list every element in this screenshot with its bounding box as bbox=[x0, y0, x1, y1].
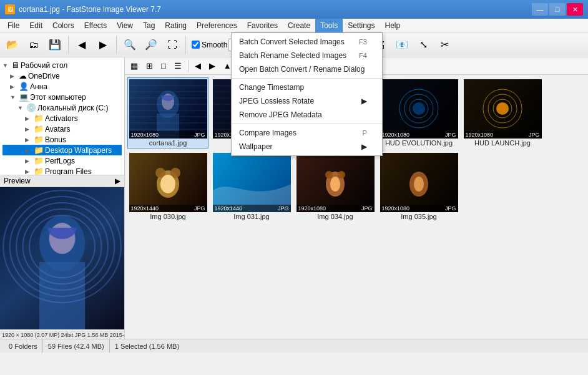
tb-email-button[interactable]: 📧 bbox=[392, 35, 412, 55]
thumbnail-name: Img 035.jpg bbox=[401, 213, 436, 220]
tb-prev-button[interactable]: ◀ bbox=[72, 35, 92, 55]
maximize-button[interactable]: □ bbox=[549, 3, 566, 16]
menu-file[interactable]: File bbox=[2, 19, 24, 32]
menu-favorites[interactable]: Favorites bbox=[242, 19, 283, 32]
tree-node-label: Анна bbox=[30, 82, 47, 91]
menu-preferences[interactable]: Preferences bbox=[192, 19, 242, 32]
thumbnail-name: Img 034.jpg bbox=[317, 213, 353, 220]
app-icon: 🖼 bbox=[5, 4, 15, 14]
preview-canvas bbox=[0, 187, 124, 329]
tree-node-label: PerfLogs bbox=[45, 157, 75, 165]
thumbnail-item[interactable]: 1920x1440JPGImg 031.jpg bbox=[211, 151, 292, 222]
tree-node-label: Локальный диск (C:) bbox=[37, 104, 109, 112]
thumbnail-name: cortana1.jpg bbox=[149, 139, 187, 147]
tb-resize-button[interactable]: ⤡ bbox=[413, 35, 433, 55]
menu-help[interactable]: Help bbox=[380, 19, 406, 32]
rt-next-folder[interactable]: ▶ bbox=[206, 59, 218, 74]
left-panel: ▼🖥 Рабочий стол▶☁ OneDrive▶👤 Анна▼💻 Этот… bbox=[0, 57, 125, 339]
thumbnail-item[interactable]: 1920x1440JPGImg 030.jpg bbox=[127, 151, 208, 222]
rt-prev-folder[interactable]: ◀ bbox=[192, 59, 204, 74]
tree-node-этот-компьютер[interactable]: ▼💻 Этот компьютер bbox=[2, 92, 122, 102]
expand-icon: ▶ bbox=[25, 115, 32, 122]
tb-open-button[interactable]: 📂 bbox=[2, 35, 22, 55]
smooth-label[interactable]: Smooth bbox=[202, 41, 227, 49]
menu-shortcut: F3 bbox=[359, 38, 367, 46]
close-button[interactable]: ✕ bbox=[567, 3, 583, 16]
tb-browse-button[interactable]: 🗂 bbox=[24, 35, 44, 55]
folder-icon: 📁 bbox=[34, 135, 44, 144]
tree-node-perflogs[interactable]: ▶📁 PerfLogs bbox=[2, 155, 122, 166]
menu-tag[interactable]: Tag bbox=[138, 19, 160, 32]
menu-entry-remove-jpeg-metadata[interactable]: Remove JPEG Metadata bbox=[232, 108, 382, 122]
menu-effects[interactable]: Effects bbox=[79, 19, 112, 32]
tree-node-анна[interactable]: ▶👤 Анна bbox=[2, 81, 122, 92]
thumbnail-badge: 1920x1080JPG bbox=[464, 131, 542, 139]
expand-icon: ▶ bbox=[10, 73, 17, 79]
rt-view-medium[interactable]: ⊞ bbox=[143, 59, 156, 74]
folder-icon: 📁 bbox=[34, 167, 44, 175]
preview-collapse-icon[interactable]: ▶ bbox=[115, 177, 120, 185]
tree-node-activators[interactable]: ▶📁 Activators bbox=[2, 113, 122, 124]
menu-entry-change-timestamp[interactable]: Change Timestamp bbox=[232, 80, 382, 94]
tb-fit-button[interactable]: ⛶ bbox=[162, 35, 182, 55]
menu-entry-batch-rename-selecte[interactable]: Batch Rename Selected ImagesF4 bbox=[232, 49, 382, 62]
minimize-button[interactable]: — bbox=[532, 3, 548, 16]
folder-icon: 💻 bbox=[19, 92, 29, 102]
thumbnail-size: 1920x1080 bbox=[298, 205, 326, 212]
tree-node-avatars[interactable]: ▶📁 Avatars bbox=[2, 124, 122, 134]
menu-tools[interactable]: Tools bbox=[315, 19, 343, 32]
menu-rating[interactable]: Rating bbox=[160, 19, 192, 32]
rt-view-small[interactable]: ▦ bbox=[127, 59, 141, 74]
thumbnail-badge: 1920x1440JPG bbox=[213, 205, 291, 212]
tree-node-label: Этот компьютер bbox=[30, 93, 86, 102]
thumbnail-item[interactable]: 1920x1080JPGcortana1.jpg bbox=[127, 77, 208, 149]
rt-view-large[interactable]: □ bbox=[158, 59, 169, 74]
menu-edit[interactable]: Edit bbox=[24, 19, 47, 32]
rt-view-details[interactable]: ☰ bbox=[171, 59, 185, 74]
thumbnail-type: JPG bbox=[529, 132, 540, 138]
menu-shortcut: F4 bbox=[359, 52, 367, 59]
thumbnail-badge: 1920x1080JPG bbox=[129, 131, 207, 139]
tree-node-локальный-диск-(c:)[interactable]: ▼💿 Локальный диск (C:) bbox=[2, 102, 122, 113]
tree-node-desktop-wallpapers[interactable]: ▶📁 Desktop Wallpapers bbox=[2, 145, 122, 155]
tb-save-button[interactable]: 💾 bbox=[45, 35, 65, 55]
menu-settings[interactable]: Settings bbox=[343, 19, 380, 32]
thumbnail-canvas bbox=[380, 79, 458, 139]
tb-zoomout-button[interactable]: 🔎 bbox=[141, 35, 161, 55]
thumbnail-item[interactable]: 1920x1080JPGHUD EVOLUTION.jpg bbox=[378, 77, 459, 149]
tree-node-рабочий-стол[interactable]: ▼🖥 Рабочий стол bbox=[2, 60, 122, 71]
menu-view[interactable]: View bbox=[112, 19, 138, 32]
menu-entry-jpeg-lossless-rotate[interactable]: JPEG Lossless Rotate▶ bbox=[232, 94, 382, 108]
menu-entry-label: Compare Images bbox=[239, 129, 296, 137]
thumbnail-item[interactable]: 1920x1080JPGImg 035.jpg bbox=[378, 151, 459, 222]
thumbnail-item[interactable]: 1920x1080JPGImg 034.jpg bbox=[295, 151, 376, 222]
smooth-checkbox[interactable] bbox=[192, 41, 200, 49]
thumbnail-size: 1920x1080 bbox=[131, 132, 159, 138]
thumbnail-wrap: 1920x1080JPG bbox=[380, 153, 458, 212]
thumbnail-wrap: 1920x1080JPG bbox=[129, 79, 207, 139]
menu-colors[interactable]: Colors bbox=[47, 19, 79, 32]
tb-crop-button[interactable]: ✂ bbox=[434, 35, 454, 55]
menu-entry-label: JPEG Lossless Rotate bbox=[239, 97, 314, 105]
menu-entry-compare-images[interactable]: Compare ImagesP bbox=[232, 126, 382, 140]
smooth-check-container: Smooth bbox=[192, 41, 227, 49]
tree-node-program-files[interactable]: ▶📁 Program Files bbox=[2, 166, 122, 175]
menu-create[interactable]: Create bbox=[283, 19, 315, 32]
expand-icon: ▶ bbox=[10, 84, 17, 90]
menu-entry-wallpaper[interactable]: Wallpaper▶ bbox=[232, 140, 382, 153]
toolbar-sep-1 bbox=[68, 36, 69, 54]
menu-entry-open-batch-convert-/[interactable]: Open Batch Convert / Rename Dialog bbox=[232, 62, 382, 76]
tree-node-label: Avatars bbox=[45, 125, 70, 134]
thumbnail-item[interactable]: 1920x1080JPGHUD LAUNCH.jpg bbox=[462, 77, 543, 149]
thumbnail-wrap: 1920x1440JPG bbox=[213, 153, 291, 212]
menu-entry-batch-convert-select[interactable]: Batch Convert Selected ImagesF3 bbox=[232, 35, 382, 49]
tools-dropdown-menu: Batch Convert Selected ImagesF3Batch Ren… bbox=[231, 32, 383, 156]
tree-node-onedrive[interactable]: ▶☁ OneDrive bbox=[2, 71, 122, 81]
tree-node-bonus[interactable]: ▶📁 Bonus bbox=[2, 134, 122, 145]
folder-icon: 📁 bbox=[34, 145, 44, 155]
tree-node-label: Desktop Wallpapers bbox=[45, 146, 112, 155]
tb-next-button[interactable]: ▶ bbox=[93, 35, 113, 55]
menu-entry-label: Batch Rename Selected Images bbox=[239, 51, 346, 60]
status-files-text: 59 Files (42.4 MB) bbox=[48, 343, 104, 350]
tb-zoomin-button[interactable]: 🔍 bbox=[120, 35, 140, 55]
